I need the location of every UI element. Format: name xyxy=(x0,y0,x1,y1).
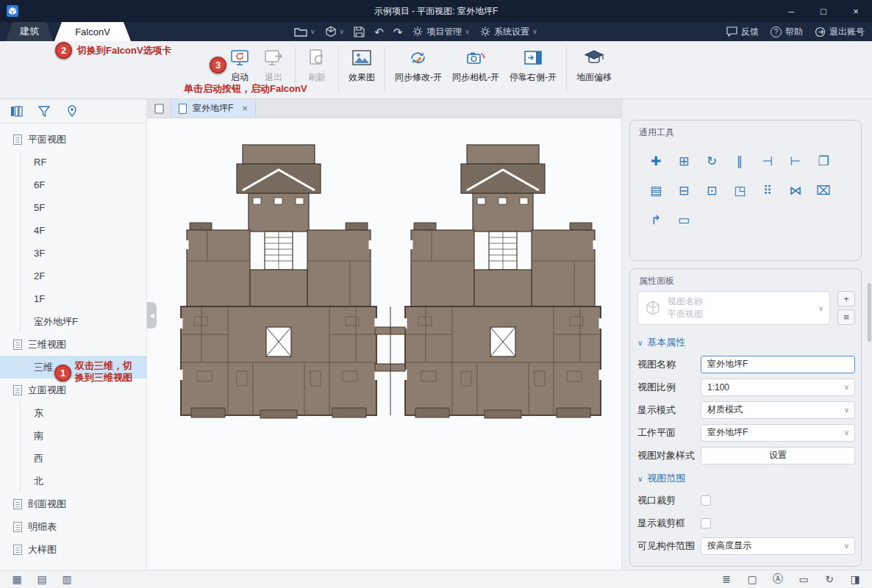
tree-item-east[interactable]: 东 xyxy=(0,401,146,424)
align-left-icon[interactable]: ⊣ xyxy=(757,151,779,171)
chevron-down-icon: ∨ xyxy=(844,406,849,414)
launch-falconv-button[interactable]: 启动 xyxy=(223,45,257,86)
align-right-icon[interactable]: ⊢ xyxy=(785,151,807,171)
caret-down-icon: ∨ xyxy=(532,29,537,35)
redo-button[interactable]: ↷ xyxy=(393,26,403,37)
tab-falconv[interactable]: FalconV xyxy=(54,22,131,41)
refresh-label: 刷新 xyxy=(308,71,326,84)
property-list-button[interactable]: ≡ xyxy=(837,309,855,325)
selector-placeholder: 视图名称 平面视图 xyxy=(668,295,812,321)
work-plane-select[interactable]: 室外地坪F∨ xyxy=(701,424,855,442)
paste-icon[interactable]: ▤ xyxy=(645,181,667,200)
refresh-view-icon[interactable]: ↻ xyxy=(823,573,836,586)
display-mode-select[interactable]: 材质模式∨ xyxy=(701,401,855,419)
measure-icon[interactable]: ▭ xyxy=(673,210,695,229)
view-tile-icon[interactable]: ▤ xyxy=(35,573,49,586)
tree-item-4f[interactable]: 4F xyxy=(0,219,146,242)
array-grid-icon[interactable]: ⠿ xyxy=(757,181,779,200)
logout-button[interactable]: 退出账号 xyxy=(815,26,865,38)
sync-edit-button[interactable]: 同步修改-开 xyxy=(390,45,447,86)
sync-camera-button[interactable]: 同步相机-开 xyxy=(447,45,504,86)
view-tab-site-plan[interactable]: 室外地坪F × xyxy=(171,99,256,118)
flip-icon[interactable]: ↱ xyxy=(645,210,667,229)
feedback-button[interactable]: 反馈 xyxy=(726,26,759,38)
layout-columns-button[interactable] xyxy=(6,101,26,121)
help-label: 帮助 xyxy=(785,26,803,38)
view-name-input[interactable]: 室外地坪F xyxy=(701,356,855,373)
tree-group-schedules[interactable]: 明细表 xyxy=(0,515,146,538)
visible-range-select[interactable]: 按高度显示∨ xyxy=(701,537,855,555)
close-tab-icon[interactable]: × xyxy=(242,103,248,114)
panel-scrollbar[interactable] xyxy=(868,283,871,342)
delete-icon[interactable]: ⌧ xyxy=(812,181,835,200)
viewport-clip-checkbox[interactable] xyxy=(701,495,711,506)
tree-item-3f[interactable]: 3F xyxy=(0,242,146,265)
annotation-step-1: 双击三维，切 换到三维视图 xyxy=(75,360,132,384)
undo-button[interactable]: ↶ xyxy=(374,26,384,37)
help-button[interactable]: ? 帮助 xyxy=(771,26,803,38)
panel-toggle-icon[interactable]: ◨ xyxy=(848,573,862,586)
collapse-sidebar-handle[interactable]: ◀ xyxy=(147,302,157,329)
tree-label: 5F xyxy=(34,202,45,213)
tab-architecture[interactable]: 建筑 xyxy=(6,22,53,41)
tree-item-5f[interactable]: 5F xyxy=(0,196,146,219)
view-grid-icon[interactable]: ▦ xyxy=(10,573,24,586)
tree-item-2f[interactable]: 2F xyxy=(0,265,146,287)
array-icon[interactable]: ⊞ xyxy=(673,151,695,171)
extend-icon[interactable]: ⊡ xyxy=(701,181,723,200)
filter-button[interactable] xyxy=(34,101,54,121)
drawing-canvas[interactable]: 室外地坪F × xyxy=(147,99,621,570)
ground-offset-button[interactable]: 地面偏移 xyxy=(571,45,617,86)
tree-item-south[interactable]: 南 xyxy=(0,424,146,447)
command-list-icon[interactable]: ≣ xyxy=(720,573,733,586)
tree-group-sections[interactable]: 剖面视图 xyxy=(0,492,146,515)
show-clip-box-checkbox[interactable] xyxy=(701,518,711,528)
dock-right-button[interactable]: 停靠右侧-开 xyxy=(504,45,562,86)
section-view-range[interactable]: ∨ 视图范围 xyxy=(637,468,855,489)
tree-group-plan-views[interactable]: 平面视图 xyxy=(0,128,146,151)
view-scale-select[interactable]: 1:100∨ xyxy=(701,379,855,396)
logout-icon xyxy=(815,26,826,37)
trim-icon[interactable]: ⊟ xyxy=(673,181,695,200)
move-icon[interactable]: ✚ xyxy=(645,151,667,171)
tree-item-1f[interactable]: 1F xyxy=(0,287,146,310)
ground-offset-icon xyxy=(583,47,605,69)
section-basic-properties[interactable]: ∨ 基本属性 xyxy=(637,332,855,353)
add-property-button[interactable]: + xyxy=(837,291,855,306)
distribute-icon[interactable]: ∥ xyxy=(729,151,751,171)
system-settings-menu[interactable]: 系统设置 ∨ xyxy=(479,26,537,38)
view-type-selector[interactable]: 视图名称 平面视图 ∨ xyxy=(637,291,830,325)
tree-group-details[interactable]: 大样图 xyxy=(0,538,146,561)
maximize-button[interactable]: □ xyxy=(807,0,840,22)
tree-item-rf[interactable]: RF xyxy=(0,151,146,173)
display-mode-label: 显示模式 xyxy=(637,404,701,417)
rotate-icon[interactable]: ↻ xyxy=(701,151,723,171)
save-button[interactable] xyxy=(354,26,365,37)
tree-item-west[interactable]: 西 xyxy=(0,447,146,470)
refresh-button[interactable]: 刷新 xyxy=(300,45,334,86)
scale-icon[interactable]: ◳ xyxy=(729,181,751,200)
annotation-a-icon[interactable]: Ⓐ xyxy=(771,573,785,586)
selection-frame-icon[interactable]: ▢ xyxy=(746,573,759,586)
tree-group-3d-views[interactable]: 三维视图 xyxy=(0,333,146,356)
exit-falconv-button[interactable]: 退出 xyxy=(257,45,290,86)
close-button[interactable]: × xyxy=(840,0,872,22)
object-style-settings-button[interactable]: 设置 xyxy=(701,447,855,465)
render-image-button[interactable]: 效果图 xyxy=(343,45,380,86)
tree-item-site-plan[interactable]: 室外地坪F xyxy=(0,310,146,333)
project-manage-menu[interactable]: 项目管理 ∨ xyxy=(412,26,470,38)
annotation-step-1-line2: 换到三维视图 xyxy=(75,372,132,384)
tree-item-6f[interactable]: 6F xyxy=(0,173,146,196)
new-view-button[interactable] xyxy=(147,99,171,118)
locate-button[interactable] xyxy=(62,101,82,121)
view-cascade-icon[interactable]: ▥ xyxy=(60,573,74,586)
mirror-icon[interactable]: ⋈ xyxy=(785,181,807,200)
copy-icon[interactable]: ❐ xyxy=(812,151,835,171)
family-library-button[interactable]: ∨ xyxy=(325,26,345,37)
open-project-button[interactable]: ∨ xyxy=(294,26,315,37)
redo-icon: ↷ xyxy=(393,26,403,37)
tree-item-north[interactable]: 北 xyxy=(0,470,146,492)
window-title: 示例项目 - 平面视图: 室外地坪F xyxy=(374,5,498,18)
display-monitor-icon[interactable]: ▭ xyxy=(797,573,810,586)
minimize-button[interactable]: – xyxy=(775,0,807,22)
